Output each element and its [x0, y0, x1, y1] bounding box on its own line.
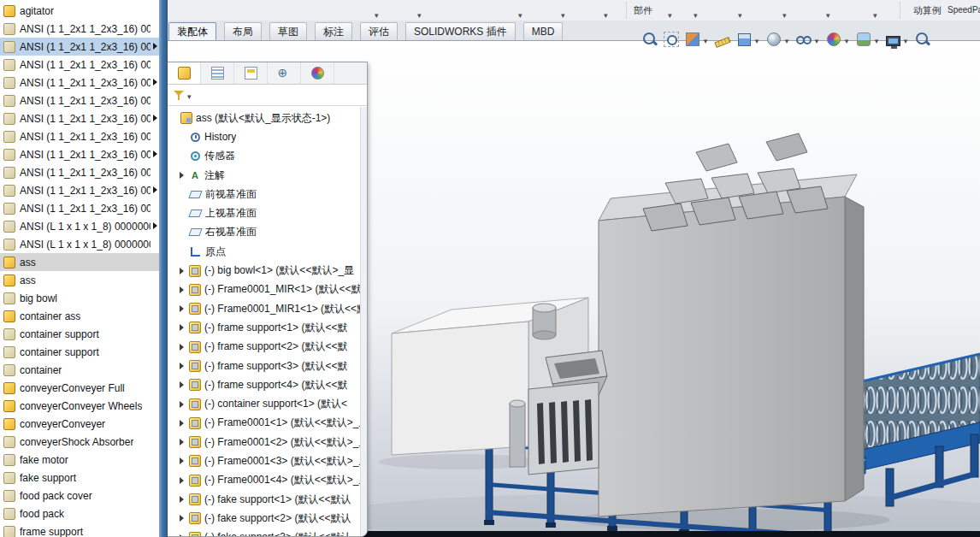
dropdown-arrow-icon[interactable]: [561, 6, 570, 16]
manager-tab[interactable]: [168, 62, 201, 84]
expand-arrow-icon[interactable]: [180, 439, 184, 446]
feature-tree-item[interactable]: ass (默认<默认_显示状态-1>): [168, 109, 360, 127]
file-list-item[interactable]: container: [0, 361, 159, 379]
ribbon-tab[interactable]: MBD: [523, 22, 564, 40]
feature-tree-item[interactable]: (-) big bowl<1> (默认<<默认>_显: [168, 261, 360, 280]
file-list-item[interactable]: conveyerConveyer Wheels: [0, 397, 159, 415]
file-list-item[interactable]: big bowl: [0, 289, 159, 307]
manager-tab[interactable]: [301, 62, 334, 84]
ribbon-tab[interactable]: 布局: [224, 22, 262, 40]
expand-arrow-icon[interactable]: [180, 324, 184, 331]
hud-button[interactable]: [735, 31, 761, 48]
expand-arrow-icon[interactable]: [180, 401, 184, 408]
expand-arrow-icon[interactable]: [180, 305, 184, 312]
file-list-item[interactable]: ANSI (1 1_2x1 1_2x3_16) 0000: [0, 145, 159, 163]
hud-button[interactable]: [641, 31, 658, 48]
file-list-item[interactable]: ANSI (1 1_2x1 1_2x3_16) 0000: [0, 199, 159, 217]
motion-study-button-label[interactable]: 动算例: [913, 4, 942, 17]
expand-arrow-icon[interactable]: [180, 363, 184, 369]
hud-button[interactable]: [855, 31, 881, 48]
expand-arrow-icon[interactable]: [180, 457, 184, 464]
file-list-item[interactable]: conveyerConveyer: [0, 415, 159, 433]
dropdown-arrow-icon[interactable]: [187, 87, 192, 103]
file-list-item[interactable]: ass: [0, 253, 159, 271]
feature-tree-item[interactable]: 上视基准面: [168, 204, 360, 222]
feature-tree-item[interactable]: (-) frame support<3> (默认<<默: [168, 357, 360, 375]
file-list-item[interactable]: container support: [0, 325, 159, 343]
expand-arrow-icon[interactable]: [180, 286, 184, 293]
hud-button[interactable]: [765, 31, 791, 48]
feature-tree-item[interactable]: (-) Frame0001<2> (默认<<默认>_显: [168, 433, 360, 451]
expand-arrow-icon[interactable]: [180, 534, 184, 536]
dropdown-arrow-icon[interactable]: [812, 32, 821, 47]
expand-arrow-icon[interactable]: [180, 381, 184, 388]
insert-components-button-label[interactable]: 部件: [634, 4, 652, 17]
dropdown-arrow-icon[interactable]: [782, 32, 791, 47]
ribbon-tab[interactable]: SOLIDWORKS 插件: [405, 22, 516, 40]
file-list-item[interactable]: ANSI (1 1_2x1 1_2x3_16) 0000: [0, 181, 159, 199]
expand-arrow-icon[interactable]: [180, 515, 184, 522]
dropdown-arrow-icon[interactable]: [518, 6, 527, 16]
file-list-item[interactable]: fake motor: [0, 451, 159, 469]
file-list-item[interactable]: ANSI (1 1_2x1 1_2x3_16) 0000: [0, 91, 159, 109]
feature-tree-item[interactable]: (-) Frame0001<3> (默认<<默认>_显: [168, 451, 360, 470]
file-list-item[interactable]: ANSI (1 1_2x1 1_2x3_16) 0000: [0, 109, 159, 127]
feature-tree-item[interactable]: (-) fake support<3> (默认<<默认: [168, 528, 360, 536]
manager-tab[interactable]: [201, 62, 234, 84]
file-list-item[interactable]: conveyerConveyer Full: [0, 379, 159, 397]
dropdown-arrow-icon[interactable]: [873, 6, 882, 16]
file-list-item[interactable]: ass: [0, 271, 159, 289]
dropdown-arrow-icon[interactable]: [738, 6, 747, 16]
expand-arrow-icon[interactable]: [180, 268, 184, 274]
ribbon-tab[interactable]: 评估: [360, 22, 398, 40]
feature-tree-item[interactable]: (-) container support<1> (默认<: [168, 394, 360, 413]
dropdown-arrow-icon[interactable]: [872, 32, 881, 47]
feature-tree-item[interactable]: (-) frame support<2> (默认<<默: [168, 338, 360, 357]
dropdown-arrow-icon[interactable]: [417, 6, 426, 16]
ribbon-tab[interactable]: 草图: [269, 22, 307, 40]
expand-marker-icon[interactable]: [153, 115, 157, 121]
hud-button[interactable]: [914, 31, 931, 48]
dropdown-arrow-icon[interactable]: [701, 32, 710, 47]
file-list-item[interactable]: container support: [0, 343, 159, 361]
ribbon-tab[interactable]: 标注: [315, 22, 352, 40]
feature-tree-item[interactable]: 右视基准面: [168, 223, 360, 242]
hud-button[interactable]: [885, 32, 910, 47]
feature-tree-item[interactable]: (-) frame support<1> (默认<<默: [168, 318, 360, 337]
dropdown-arrow-icon[interactable]: [694, 6, 702, 16]
feature-tree-item[interactable]: (-) fake support<1> (默认<<默认: [168, 490, 360, 509]
dropdown-arrow-icon[interactable]: [842, 32, 851, 47]
feature-tree-item[interactable]: 原点: [168, 242, 360, 261]
feature-tree-item[interactable]: 传感器: [168, 147, 360, 166]
file-list-item[interactable]: container ass: [0, 307, 159, 325]
hud-button[interactable]: [825, 31, 851, 48]
dropdown-arrow-icon[interactable]: [668, 6, 676, 16]
expand-marker-icon[interactable]: [153, 186, 157, 193]
expand-marker-icon[interactable]: [153, 43, 157, 50]
file-list-item[interactable]: ANSI (1 1_2x1 1_2x3_16) 0000: [0, 56, 159, 74]
panel-splitter[interactable]: [159, 0, 168, 537]
file-list-item[interactable]: food pack cover: [0, 487, 159, 505]
feature-tree-item[interactable]: (-) frame support<4> (默认<<默: [168, 375, 360, 394]
file-list-item[interactable]: ANSI (1 1_2x1 1_2x3_16) 0000: [0, 127, 159, 145]
expand-arrow-icon[interactable]: [180, 477, 184, 484]
file-list-item[interactable]: ANSI (1 1_2x1 1_2x3_16) 0000: [0, 163, 159, 181]
ribbon-tab[interactable]: 装配体: [168, 22, 216, 40]
manager-tab[interactable]: [234, 62, 268, 84]
file-list-item[interactable]: ANSI (L 1 x 1 x 1_8) 00000006: [0, 235, 159, 253]
dropdown-arrow-icon[interactable]: [782, 6, 791, 16]
tree-scrollbar[interactable]: [360, 107, 367, 536]
dropdown-arrow-icon[interactable]: [826, 6, 835, 16]
file-list-item[interactable]: food pack: [0, 505, 159, 522]
filter-funnel-icon[interactable]: [174, 90, 185, 101]
feature-tree-item[interactable]: 前视基准面: [168, 185, 360, 204]
feature-tree-item[interactable]: (-) Frame0001<1> (默认<<默认>_显: [168, 414, 360, 433]
expand-arrow-icon[interactable]: [180, 420, 184, 427]
hud-button[interactable]: [795, 31, 821, 48]
expand-marker-icon[interactable]: [153, 222, 157, 229]
cup-cylinder-component[interactable]: [533, 304, 556, 339]
file-list-item[interactable]: fake support: [0, 469, 159, 487]
dropdown-arrow-icon[interactable]: [375, 6, 383, 16]
file-list-item[interactable]: frame support: [0, 522, 159, 537]
speedpak-button-label[interactable]: SpeedPak: [948, 5, 980, 15]
